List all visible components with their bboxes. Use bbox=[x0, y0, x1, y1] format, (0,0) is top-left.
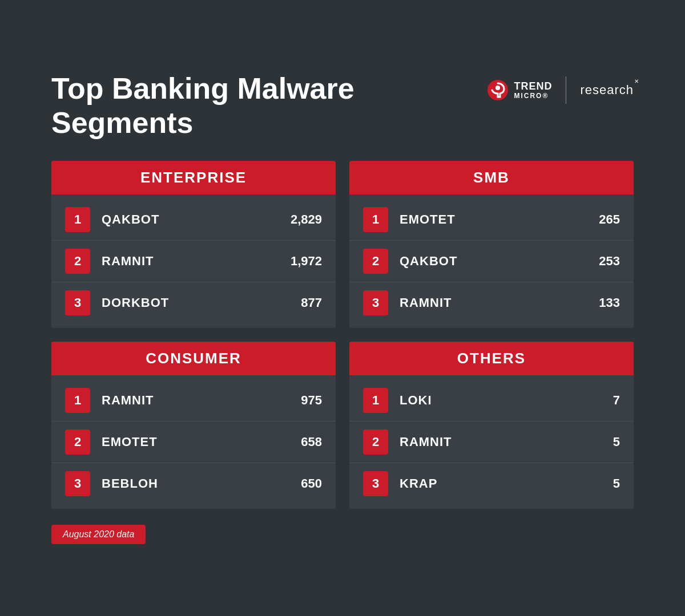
malware-count-enterprise-1: 1,972 bbox=[291, 254, 322, 269]
rank-badge-consumer-0: 1 bbox=[65, 388, 90, 413]
segment-row-others-0: 1LOKI7 bbox=[349, 380, 634, 422]
malware-count-others-2: 5 bbox=[613, 476, 620, 491]
segment-row-consumer-1: 2EMOTET658 bbox=[51, 422, 336, 463]
research-logo: research bbox=[580, 83, 634, 98]
rank-badge-consumer-1: 2 bbox=[65, 429, 90, 455]
logo-text: TREND MICRO® bbox=[514, 81, 552, 100]
segment-rows-smb: 1EMOTET2652QAKBOT2533RAMNIT133 bbox=[349, 194, 634, 328]
segment-panel-enterprise: ENTERPRISE1QAKBOT2,8292RAMNIT1,9723DORKB… bbox=[51, 161, 336, 328]
segments-grid: ENTERPRISE1QAKBOT2,8292RAMNIT1,9723DORKB… bbox=[51, 161, 634, 509]
malware-name-consumer-0: RAMNIT bbox=[102, 393, 289, 408]
malware-count-others-1: 5 bbox=[613, 435, 620, 449]
rank-badge-enterprise-2: 3 bbox=[65, 290, 90, 315]
segment-rows-others: 1LOKI72RAMNIT53KRAP5 bbox=[349, 375, 634, 509]
rank-badge-consumer-2: 3 bbox=[65, 471, 90, 496]
malware-count-consumer-1: 658 bbox=[301, 435, 322, 449]
segment-row-enterprise-0: 1QAKBOT2,829 bbox=[51, 199, 336, 241]
malware-count-enterprise-2: 877 bbox=[301, 295, 322, 310]
logo-area: TREND MICRO® research bbox=[486, 76, 634, 104]
malware-count-smb-0: 265 bbox=[599, 212, 620, 227]
malware-name-others-0: LOKI bbox=[400, 393, 602, 408]
malware-name-consumer-1: EMOTET bbox=[102, 435, 289, 449]
segment-row-enterprise-1: 2RAMNIT1,972 bbox=[51, 241, 336, 282]
segment-title-smb: SMB bbox=[361, 169, 622, 187]
segment-header-consumer: CONSUMER bbox=[51, 342, 336, 375]
trend-micro-logo: TREND MICRO® bbox=[486, 79, 552, 102]
segment-row-smb-1: 2QAKBOT253 bbox=[349, 241, 634, 282]
segment-panel-others: OTHERS1LOKI72RAMNIT53KRAP5 bbox=[349, 342, 634, 509]
malware-name-others-2: KRAP bbox=[400, 476, 602, 491]
main-container: Top Banking Malware Segments TREND MICRO… bbox=[29, 49, 656, 567]
malware-count-enterprise-0: 2,829 bbox=[291, 212, 322, 227]
rank-badge-smb-0: 1 bbox=[363, 207, 388, 232]
malware-count-others-0: 7 bbox=[613, 393, 620, 408]
segment-row-consumer-0: 1RAMNIT975 bbox=[51, 380, 336, 422]
malware-name-smb-2: RAMNIT bbox=[400, 295, 587, 310]
segment-row-smb-0: 1EMOTET265 bbox=[349, 199, 634, 241]
malware-name-enterprise-1: RAMNIT bbox=[102, 254, 279, 269]
rank-badge-others-1: 2 bbox=[363, 429, 388, 455]
svg-point-1 bbox=[495, 86, 500, 90]
malware-count-smb-1: 253 bbox=[599, 254, 620, 269]
rank-badge-others-2: 3 bbox=[363, 471, 388, 496]
malware-name-enterprise-0: QAKBOT bbox=[102, 212, 279, 227]
segment-row-enterprise-2: 3DORKBOT877 bbox=[51, 282, 336, 323]
rank-badge-enterprise-1: 2 bbox=[65, 249, 90, 274]
segment-header-enterprise: ENTERPRISE bbox=[51, 161, 336, 194]
segment-title-consumer: CONSUMER bbox=[63, 350, 324, 367]
logo-divider bbox=[566, 76, 566, 104]
segment-row-smb-2: 3RAMNIT133 bbox=[349, 282, 634, 323]
segment-row-others-2: 3KRAP5 bbox=[349, 463, 634, 504]
segment-row-others-1: 2RAMNIT5 bbox=[349, 422, 634, 463]
malware-name-smb-0: EMOTET bbox=[400, 212, 587, 227]
segment-header-smb: SMB bbox=[349, 161, 634, 194]
rank-badge-enterprise-0: 1 bbox=[65, 207, 90, 232]
page-title: Top Banking Malware Segments bbox=[51, 72, 354, 140]
segment-row-consumer-2: 3BEBLOH650 bbox=[51, 463, 336, 504]
footer-text: August 2020 data bbox=[63, 529, 134, 539]
footer-tag: August 2020 data bbox=[51, 525, 146, 544]
malware-name-others-1: RAMNIT bbox=[400, 435, 602, 449]
trend-micro-icon bbox=[486, 79, 509, 102]
header: Top Banking Malware Segments TREND MICRO… bbox=[51, 72, 634, 140]
malware-name-enterprise-2: DORKBOT bbox=[102, 295, 289, 310]
malware-name-smb-1: QAKBOT bbox=[400, 254, 587, 269]
rank-badge-others-0: 1 bbox=[363, 388, 388, 413]
malware-name-consumer-2: BEBLOH bbox=[102, 476, 289, 491]
segment-panel-smb: SMB1EMOTET2652QAKBOT2533RAMNIT133 bbox=[349, 161, 634, 328]
segment-title-others: OTHERS bbox=[361, 350, 622, 367]
rank-badge-smb-2: 3 bbox=[363, 290, 388, 315]
segment-rows-consumer: 1RAMNIT9752EMOTET6583BEBLOH650 bbox=[51, 375, 336, 509]
segment-header-others: OTHERS bbox=[349, 342, 634, 375]
rank-badge-smb-1: 2 bbox=[363, 249, 388, 274]
segment-title-enterprise: ENTERPRISE bbox=[63, 169, 324, 187]
malware-count-consumer-0: 975 bbox=[301, 393, 322, 408]
malware-count-smb-2: 133 bbox=[599, 295, 620, 310]
malware-count-consumer-2: 650 bbox=[301, 476, 322, 491]
segment-rows-enterprise: 1QAKBOT2,8292RAMNIT1,9723DORKBOT877 bbox=[51, 194, 336, 328]
segment-panel-consumer: CONSUMER1RAMNIT9752EMOTET6583BEBLOH650 bbox=[51, 342, 336, 509]
